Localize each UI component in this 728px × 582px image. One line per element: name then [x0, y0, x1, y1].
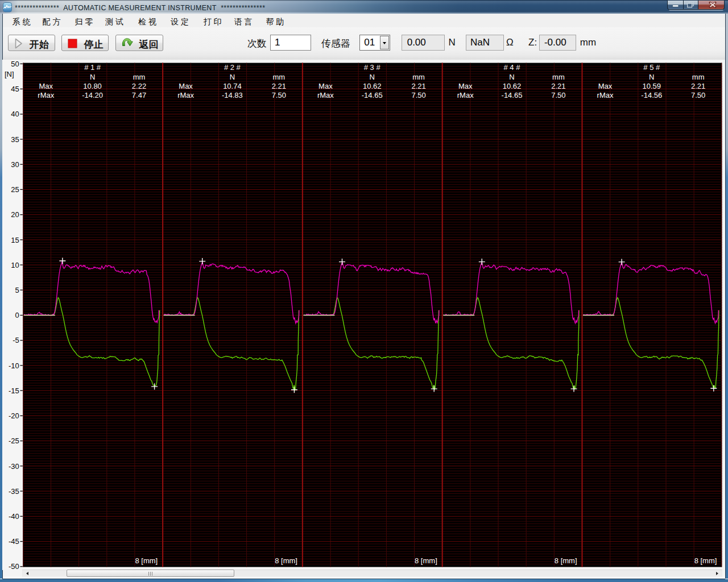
svg-text:30: 30 — [11, 160, 19, 169]
svg-text:# 5 #: # 5 # — [643, 63, 660, 72]
svg-text:N: N — [649, 73, 654, 81]
svg-text:Max: Max — [598, 82, 613, 90]
svg-text:-50: -50 — [9, 562, 19, 570]
svg-text:8 [mm]: 8 [mm] — [555, 556, 577, 565]
svg-text:2.21: 2.21 — [551, 82, 565, 90]
svg-text:-45: -45 — [9, 537, 19, 546]
svg-text:Max: Max — [458, 82, 473, 90]
svg-text:15: 15 — [11, 236, 19, 244]
svg-text:-14.65: -14.65 — [362, 91, 383, 99]
svg-text:10.62: 10.62 — [363, 82, 382, 90]
svg-text:-14.65: -14.65 — [502, 91, 523, 99]
svg-text:25: 25 — [11, 185, 19, 194]
svg-text:-14.83: -14.83 — [222, 91, 243, 99]
svg-text:# 2 #: # 2 # — [224, 63, 241, 72]
svg-text:5: 5 — [15, 286, 19, 294]
svg-text:-5: -5 — [13, 336, 19, 344]
svg-text:-14.56: -14.56 — [641, 91, 662, 99]
svg-text:mm: mm — [133, 73, 146, 81]
svg-text:8 [mm]: 8 [mm] — [135, 556, 158, 565]
svg-text:mm: mm — [552, 73, 565, 81]
svg-text:-40: -40 — [9, 512, 19, 521]
svg-text:7.50: 7.50 — [691, 91, 705, 99]
svg-text:# 3 #: # 3 # — [364, 63, 381, 72]
svg-text:rMax: rMax — [597, 91, 614, 99]
svg-text:N: N — [90, 73, 95, 81]
svg-text:-20: -20 — [9, 411, 19, 420]
svg-text:20: 20 — [11, 210, 19, 219]
svg-text:7.50: 7.50 — [551, 91, 565, 99]
svg-text:mm: mm — [272, 73, 285, 81]
svg-text:10.62: 10.62 — [503, 82, 522, 90]
svg-text:rMax: rMax — [317, 91, 334, 99]
svg-text:Max: Max — [318, 82, 333, 90]
svg-text:mm: mm — [692, 73, 705, 81]
svg-text:7.47: 7.47 — [132, 91, 146, 99]
svg-text:8 [mm]: 8 [mm] — [415, 556, 437, 565]
svg-text:-35: -35 — [9, 487, 19, 496]
svg-text:# 1 #: # 1 # — [84, 63, 101, 72]
svg-text:-25: -25 — [9, 436, 19, 445]
svg-text:rMax: rMax — [457, 91, 474, 99]
svg-text:50: 50 — [11, 60, 19, 68]
svg-text:-15: -15 — [9, 386, 19, 395]
svg-text:Max: Max — [39, 82, 53, 90]
svg-text:[N]: [N] — [5, 70, 14, 78]
svg-text:Max: Max — [179, 82, 193, 90]
svg-text:2.22: 2.22 — [132, 82, 146, 90]
svg-text:2.21: 2.21 — [411, 82, 425, 90]
svg-text:10.80: 10.80 — [83, 82, 102, 90]
svg-text:-30: -30 — [9, 462, 19, 471]
svg-text:7.50: 7.50 — [411, 91, 425, 99]
svg-text:2.21: 2.21 — [272, 82, 286, 90]
svg-text:45: 45 — [11, 85, 19, 93]
svg-text:-10: -10 — [9, 361, 19, 370]
svg-text:0: 0 — [15, 311, 19, 319]
svg-text:35: 35 — [11, 135, 19, 144]
svg-text:10.59: 10.59 — [643, 82, 661, 90]
svg-text:8 [mm]: 8 [mm] — [694, 556, 717, 565]
svg-text:8 [mm]: 8 [mm] — [275, 556, 297, 565]
svg-text:10: 10 — [11, 261, 19, 269]
svg-text:10.74: 10.74 — [223, 82, 242, 90]
svg-text:40: 40 — [11, 110, 19, 118]
svg-text:mm: mm — [412, 73, 425, 81]
svg-text:rMax: rMax — [177, 91, 194, 99]
svg-text:N: N — [509, 73, 514, 81]
svg-text:2.21: 2.21 — [691, 82, 705, 90]
svg-text:# 4 #: # 4 # — [504, 63, 521, 72]
svg-text:N: N — [370, 73, 375, 81]
svg-text:rMax: rMax — [38, 91, 54, 99]
svg-text:-14.20: -14.20 — [82, 91, 103, 99]
svg-text:N: N — [230, 73, 235, 81]
svg-text:7.50: 7.50 — [272, 91, 286, 99]
